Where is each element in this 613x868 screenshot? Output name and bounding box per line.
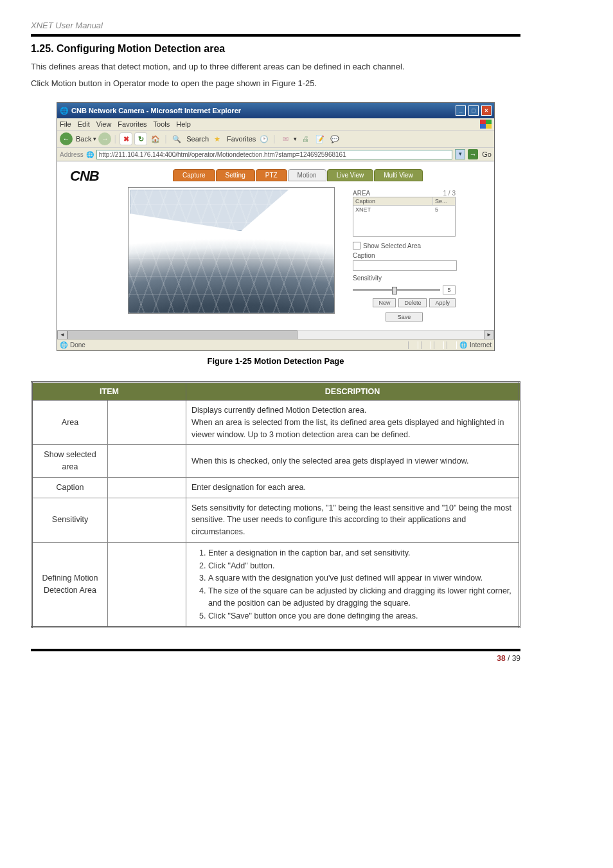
print-icon[interactable]: 🖨 [299,132,312,145]
new-button[interactable]: New [373,298,396,307]
tab-motion[interactable]: Motion [288,169,326,181]
sensitivity-value: 5 [443,285,456,294]
doc-header: XNET User Manual [31,21,520,30]
area-row-caption: XNET [353,206,433,213]
video-preview[interactable] [128,187,335,314]
caption-label: Caption [353,252,456,259]
show-selected-label: Show Selected Area [363,242,421,249]
tab-liveview[interactable]: Live View [327,169,374,181]
table-row: Show selected area When this is checked,… [32,445,520,478]
area-row-se: 5 [433,206,455,213]
page-current: 38 [497,654,505,663]
blank-cell [108,445,186,478]
back-button[interactable]: ← [60,132,73,145]
menu-tools[interactable]: Tools [154,120,170,128]
tab-capture[interactable]: Capture [173,169,215,181]
save-button[interactable]: Save [386,312,423,321]
table-header-item: ITEM [32,383,186,401]
page-total: 39 [512,654,520,663]
step-4: The size of the square can be adjusted b… [208,585,513,610]
table-header-description: DESCRIPTION [186,383,520,401]
motion-area-overlay[interactable] [130,190,289,231]
table-row: Defining Motion Detection Area Enter a d… [32,542,520,628]
step-3: A square with the designation you've jus… [208,572,513,584]
go-button[interactable]: → [468,149,478,159]
url-field[interactable]: http://211.104.176.144:400/html/operator… [96,150,453,159]
delete-button[interactable]: Delete [398,298,427,307]
desc-area: Displays currently defined Motion Detect… [186,401,520,445]
back-label[interactable]: Back [76,135,91,143]
item-area: Area [32,401,108,445]
address-bar: Address 🌐 http://211.104.176.144:400/htm… [57,148,494,161]
menu-bar: File Edit View Favorites Tools Help [57,118,494,131]
forward-button[interactable]: → [98,132,111,145]
desc-show-selected: When this is checked, only the selected … [186,445,520,478]
status-done: Done [70,341,85,348]
menu-view[interactable]: View [96,120,112,128]
section-title: 1.25. Configuring Motion Detection area [31,43,520,55]
url-dropdown[interactable]: ▾ [455,149,465,159]
menu-file[interactable]: File [60,120,71,128]
area-list[interactable]: Caption Se... XNET 5 [353,197,456,237]
step-1: Enter a designation in the caption bar, … [208,547,513,559]
item-show-selected: Show selected area [32,445,108,478]
discuss-icon[interactable]: 💬 [328,132,341,145]
apply-button[interactable]: Apply [429,298,456,307]
refresh-button[interactable]: ↻ [134,132,147,145]
show-selected-checkbox[interactable] [353,242,360,249]
search-icon[interactable]: 🔍 [170,132,183,145]
internet-zone-icon: 🌐 [459,341,467,348]
item-defining: Defining Motion Detection Area [32,542,108,628]
app-logo: CNB [70,168,99,185]
page-content: CNB Capture Setting PTZ Motion Live View… [57,161,494,351]
status-zone: Internet [470,341,492,348]
menu-help[interactable]: Help [176,120,191,128]
area-list-row[interactable]: XNET 5 [353,206,455,213]
search-label[interactable]: Search [186,135,209,143]
intro-line-2: Click Motion button in Operator mode to … [31,77,520,91]
status-bar: 🌐 Done 🌐 Internet [57,339,494,350]
tab-multiview[interactable]: Multi View [374,169,422,181]
desc-caption: Enter designation for each area. [186,477,520,498]
blank-cell [108,498,186,542]
item-caption: Caption [32,477,108,498]
history-icon[interactable]: 🕑 [258,132,271,145]
toolbar: ← Back ▾ → │ ✖ ↻ 🏠 │ 🔍 Search ★ Favorite… [57,131,494,148]
window-titlebar: 🌐 CNB Network Camera - Microsoft Interne… [57,103,494,118]
table-row: Sensitivity Sets sensitivity for detecti… [32,498,520,542]
description-table: ITEM DESCRIPTION Area Displays currently… [31,381,520,628]
mail-icon[interactable]: ✉ [279,132,292,145]
desc-defining: Enter a designation in the caption bar, … [186,542,520,628]
edit-icon[interactable]: 📝 [314,132,326,145]
go-label[interactable]: Go [482,150,492,158]
caption-input[interactable] [353,260,457,271]
window-title: CNB Network Camera - Microsoft Internet … [71,107,241,114]
sensitivity-label: Sensitivity [353,275,456,282]
maximize-button[interactable]: □ [468,105,479,116]
panel-area-index: 1 / 3 [443,190,456,197]
tab-ptz[interactable]: PTZ [256,169,287,181]
home-button[interactable]: 🏠 [149,132,162,145]
footer-rule [31,649,520,651]
tab-setting[interactable]: Setting [216,169,255,181]
table-row: Area Displays currently defined Motion D… [32,401,520,445]
stop-button[interactable]: ✖ [120,132,132,145]
page-footer: 38 / 39 [31,654,520,663]
minimize-button[interactable]: _ [456,105,466,116]
sensitivity-slider[interactable] [353,289,440,291]
menu-favorites[interactable]: Favorites [118,120,147,128]
area-list-header-caption: Caption [353,197,433,205]
horizontal-scrollbar[interactable]: ◄ ► [57,330,494,339]
area-list-header-se: Se... [433,197,455,205]
header-rule [31,34,520,37]
favorites-label[interactable]: Favorites [227,135,256,143]
desc-sensitivity: Sets sensitivity for detecting motions, … [186,498,520,542]
panel-area-title: AREA [353,190,370,197]
scroll-right-arrow[interactable]: ► [484,330,494,339]
browser-screenshot: 🌐 CNB Network Camera - Microsoft Interne… [57,102,495,351]
favorites-icon[interactable]: ★ [211,132,224,145]
scroll-left-arrow[interactable]: ◄ [57,330,67,339]
menu-edit[interactable]: Edit [78,120,90,128]
close-button[interactable]: × [481,105,492,116]
ie-icon: 🌐 [60,107,69,115]
